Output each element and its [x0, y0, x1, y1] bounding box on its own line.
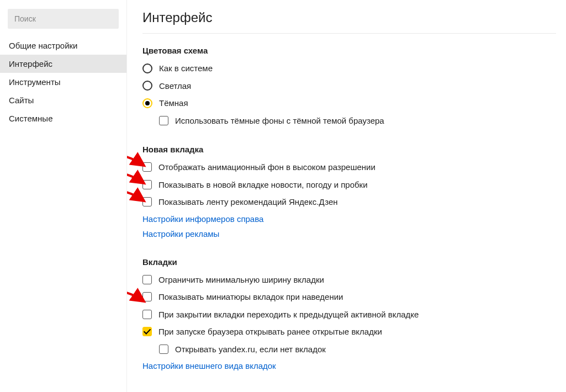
checkbox-zen-feed[interactable]: Показывать ленту рекомендаций Яндекс.Дзе… — [142, 197, 556, 208]
checkbox-icon — [142, 310, 152, 319]
search-input[interactable]: Поиск — [8, 9, 119, 29]
checkbox-icon — [159, 116, 168, 125]
link-ad-settings[interactable]: Настройки рекламы — [142, 229, 556, 239]
checkbox-label: При закрытии вкладки переходить к предыд… — [158, 309, 419, 320]
checkbox-restore-tabs[interactable]: При запуске браузера открывать ранее отк… — [142, 326, 556, 337]
checkbox-label: Показывать миниатюры вкладок при наведен… — [158, 292, 343, 303]
checkbox-icon — [142, 292, 152, 301]
checkbox-label: Открывать yandex.ru, если нет вкладок — [175, 344, 326, 355]
divider — [142, 33, 556, 34]
section-title-color-scheme: Цветовая схема — [142, 46, 556, 55]
radio-icon — [142, 98, 152, 108]
radio-icon — [142, 81, 152, 91]
checkbox-label: При запуске браузера открывать ранее отк… — [158, 326, 382, 337]
checkbox-icon — [142, 162, 152, 172]
sidebar-item-system[interactable]: Системные — [0, 109, 126, 128]
radio-row-light[interactable]: Светлая — [142, 81, 556, 92]
checkbox-label: Ограничить минимальную ширину вкладки — [158, 274, 324, 285]
checkbox-anim-bg[interactable]: Отображать анимационный фон в высоком ра… — [142, 162, 556, 173]
section-tabs: Вкладки Ограничить минимальную ширину вк… — [142, 257, 556, 371]
radio-label: Светлая — [159, 81, 191, 92]
section-title-tabs: Вкладки — [142, 257, 556, 267]
checkbox-open-yandex[interactable]: Открывать yandex.ru, если нет вкладок — [159, 344, 556, 355]
page-title: Интерфейс — [142, 10, 556, 25]
checkbox-icon — [142, 197, 152, 206]
link-tab-appearance[interactable]: Настройки внешнего вида вкладок — [142, 361, 556, 370]
checkbox-min-tab-width[interactable]: Ограничить минимальную ширину вкладки — [142, 274, 556, 285]
main-content: Интерфейс Цветовая схема Как в системе С… — [127, 0, 566, 392]
radio-label: Тёмная — [159, 98, 188, 109]
checkbox-icon — [159, 345, 168, 354]
section-title-new-tab: Новая вкладка — [142, 145, 556, 154]
radio-icon — [142, 63, 152, 73]
checkbox-prev-active-tab[interactable]: При закрытии вкладки переходить к предыд… — [142, 309, 556, 320]
sidebar-item-sites[interactable]: Сайты — [0, 91, 126, 109]
checkbox-tab-thumbnails[interactable]: Показывать миниатюры вкладок при наведен… — [142, 292, 556, 303]
checkbox-icon — [142, 180, 152, 189]
checkbox-dark-backgrounds[interactable]: Использовать тёмные фоны с тёмной темой … — [159, 115, 556, 126]
checkbox-label: Использовать тёмные фоны с тёмной темой … — [175, 115, 384, 126]
checkbox-news-weather[interactable]: Показывать в новой вкладке новости, пого… — [142, 179, 556, 190]
sidebar-item-interface[interactable]: Интерфейс — [0, 55, 126, 73]
sidebar-item-general[interactable]: Общие настройки — [0, 36, 126, 55]
radio-row-system[interactable]: Как в системе — [142, 63, 556, 74]
radio-label: Как в системе — [159, 63, 213, 74]
radio-row-dark[interactable]: Тёмная — [142, 98, 556, 109]
sidebar-item-tools[interactable]: Инструменты — [0, 73, 126, 91]
checkbox-label: Отображать анимационный фон в высоком ра… — [158, 162, 375, 173]
sidebar: Поиск Общие настройки Интерфейс Инструме… — [0, 0, 127, 392]
section-color-scheme: Цветовая схема Как в системе Светлая Тём… — [142, 46, 556, 126]
checkbox-label: Показывать ленту рекомендаций Яндекс.Дзе… — [158, 197, 338, 208]
section-new-tab: Новая вкладка Отображать анимационный фо… — [142, 145, 556, 239]
checkbox-label: Показывать в новой вкладке новости, пого… — [158, 179, 368, 190]
checkbox-icon — [142, 275, 152, 284]
checkbox-icon — [142, 327, 152, 336]
link-informer-settings[interactable]: Настройки информеров справа — [142, 214, 556, 224]
